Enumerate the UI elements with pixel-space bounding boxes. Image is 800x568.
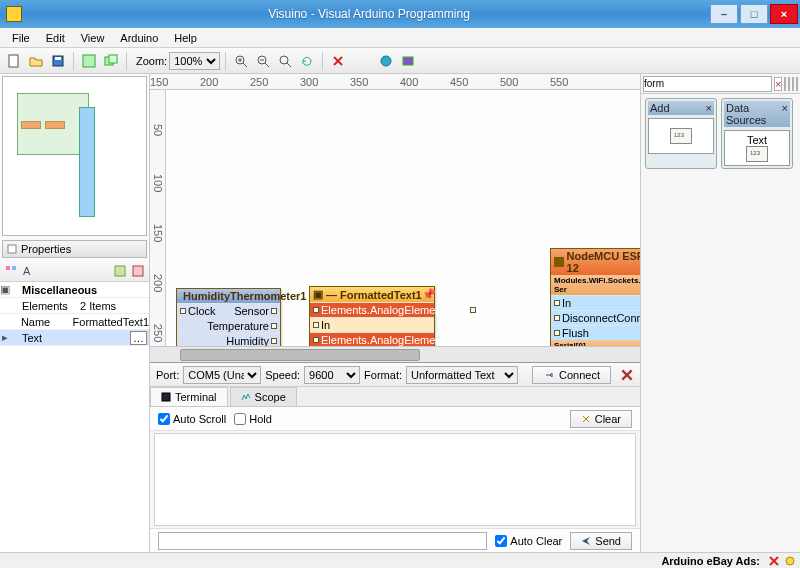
center-area: 150 200 250 300 350 400 450 500 550 50 1… xyxy=(150,74,640,552)
terminal-options: Auto Scroll Hold Clear xyxy=(150,407,640,431)
svg-rect-20 xyxy=(6,266,10,270)
properties-toolbar: A xyxy=(0,260,149,282)
collapse-icon[interactable] xyxy=(129,262,147,280)
auto-scroll-checkbox[interactable]: Auto Scroll xyxy=(158,413,226,425)
prop-group-misc[interactable]: ▣Miscellaneous xyxy=(0,282,149,298)
canvas-horizontal-scrollbar[interactable] xyxy=(150,346,640,362)
menu-help[interactable]: Help xyxy=(166,30,205,46)
speed-select[interactable]: 9600 xyxy=(304,366,360,384)
svg-rect-23 xyxy=(115,266,125,276)
connect-button[interactable]: Connect xyxy=(532,366,611,384)
zoom-label: Zoom: xyxy=(136,55,167,67)
prop-row-name[interactable]: NameFormattedText1 xyxy=(0,314,149,330)
prop-row-text[interactable]: ▸Text… xyxy=(0,330,149,346)
terminal-icon xyxy=(161,392,171,402)
new-button[interactable] xyxy=(4,51,24,71)
node-nodemcu[interactable]: NodeMCU ESP-12 Modules.WiFi.Sockets.TCP … xyxy=(550,248,640,346)
tab-terminal[interactable]: Terminal xyxy=(150,387,228,406)
board-icon[interactable] xyxy=(398,51,418,71)
node-formatted-text[interactable]: ▣—FormattedText1📌 Elements.AnalogElement… xyxy=(309,286,435,346)
menu-view[interactable]: View xyxy=(73,30,113,46)
plug-icon xyxy=(543,369,555,381)
upload-icon[interactable] xyxy=(376,51,396,71)
properties-icon xyxy=(7,244,17,254)
svg-point-17 xyxy=(381,56,391,66)
format-select[interactable]: Unformatted Text xyxy=(406,366,518,384)
properties-tree[interactable]: ▣Miscellaneous Elements2 Items NameForma… xyxy=(0,282,149,552)
design-canvas[interactable]: HumidityThermometer1 ClockSensor Tempera… xyxy=(166,90,640,346)
component-palette: Add× Data Sources× Text xyxy=(641,94,800,173)
sort-icon[interactable]: A xyxy=(20,262,38,280)
svg-line-11 xyxy=(265,63,269,67)
node-humidity-thermometer[interactable]: HumidityThermometer1 ClockSensor Tempera… xyxy=(176,288,281,346)
palette-item[interactable] xyxy=(648,118,714,154)
zoom-in-icon[interactable] xyxy=(231,51,251,71)
svg-rect-5 xyxy=(109,55,117,63)
zoom-out-icon[interactable] xyxy=(253,51,273,71)
clear-icon xyxy=(581,414,591,424)
menu-file[interactable]: File xyxy=(4,30,38,46)
filter3-icon[interactable] xyxy=(792,77,794,91)
ads-settings-icon[interactable] xyxy=(784,555,796,567)
layers-button[interactable] xyxy=(101,51,121,71)
zoom-fit-icon[interactable] xyxy=(275,51,295,71)
palette-item-text[interactable]: Text xyxy=(724,130,790,166)
expand-icon[interactable] xyxy=(111,262,129,280)
group-close-icon[interactable]: × xyxy=(706,102,712,114)
titlebar: Visuino - Visual Arduino Programming – □… xyxy=(0,0,800,28)
dock-close-icon[interactable] xyxy=(620,368,634,382)
svg-rect-0 xyxy=(9,55,18,67)
open-button[interactable] xyxy=(26,51,46,71)
svg-point-13 xyxy=(280,56,288,64)
categorize-icon[interactable] xyxy=(2,262,20,280)
svg-line-14 xyxy=(287,63,291,67)
right-panel: × Add× Data Sources× Text xyxy=(640,74,800,552)
tab-scope[interactable]: Scope xyxy=(230,387,297,406)
overview-map[interactable] xyxy=(2,76,147,236)
menu-arduino[interactable]: Arduino xyxy=(112,30,166,46)
svg-rect-27 xyxy=(162,393,170,401)
hold-checkbox[interactable]: Hold xyxy=(234,413,272,425)
auto-clear-checkbox[interactable]: Auto Clear xyxy=(495,535,562,547)
maximize-button[interactable]: □ xyxy=(740,4,768,24)
port-select[interactable]: COM5 (Unav xyxy=(183,366,261,384)
terminal-output[interactable] xyxy=(154,433,636,526)
scope-icon xyxy=(241,392,251,402)
terminal-input[interactable] xyxy=(158,532,487,550)
svg-text:A: A xyxy=(23,265,31,277)
clear-button[interactable]: Clear xyxy=(570,410,632,428)
menu-edit[interactable]: Edit xyxy=(38,30,73,46)
minimize-button[interactable]: – xyxy=(710,4,738,24)
filter2-icon[interactable] xyxy=(788,77,790,91)
save-button[interactable] xyxy=(48,51,68,71)
close-button[interactable]: × xyxy=(770,4,798,24)
palette-group-add: Add× xyxy=(645,98,717,169)
palette-group-data-sources: Data Sources× Text xyxy=(721,98,793,169)
grid-button[interactable] xyxy=(79,51,99,71)
search-clear-icon[interactable]: × xyxy=(774,77,782,91)
status-bar: Arduino eBay Ads: xyxy=(0,552,800,568)
palette-search-input[interactable] xyxy=(643,76,772,92)
svg-rect-19 xyxy=(8,245,16,253)
filter1-icon[interactable] xyxy=(784,77,786,91)
component-icon xyxy=(670,128,692,144)
ads-close-icon[interactable] xyxy=(768,555,780,567)
filter4-icon[interactable] xyxy=(796,77,798,91)
bottom-dock: Port: COM5 (Unav Speed: 9600 Format: Unf… xyxy=(150,362,640,552)
main-toolbar: Zoom: 100% xyxy=(0,48,800,74)
zoom-select[interactable]: 100% xyxy=(169,52,220,70)
terminal-input-bar: Auto Clear Send xyxy=(150,528,640,552)
send-button[interactable]: Send xyxy=(570,532,632,550)
send-icon xyxy=(581,536,591,546)
prop-row-elements[interactable]: Elements2 Items xyxy=(0,298,149,314)
chip-icon xyxy=(554,257,564,267)
group-close-icon[interactable]: × xyxy=(782,102,788,126)
refresh-icon[interactable] xyxy=(297,51,317,71)
app-icon xyxy=(6,6,22,22)
delete-icon[interactable] xyxy=(328,51,348,71)
svg-rect-24 xyxy=(133,266,143,276)
svg-rect-21 xyxy=(12,266,16,270)
svg-line-7 xyxy=(243,63,247,67)
pin-icon[interactable]: 📌 xyxy=(422,288,436,301)
ads-label: Arduino eBay Ads: xyxy=(661,555,760,567)
